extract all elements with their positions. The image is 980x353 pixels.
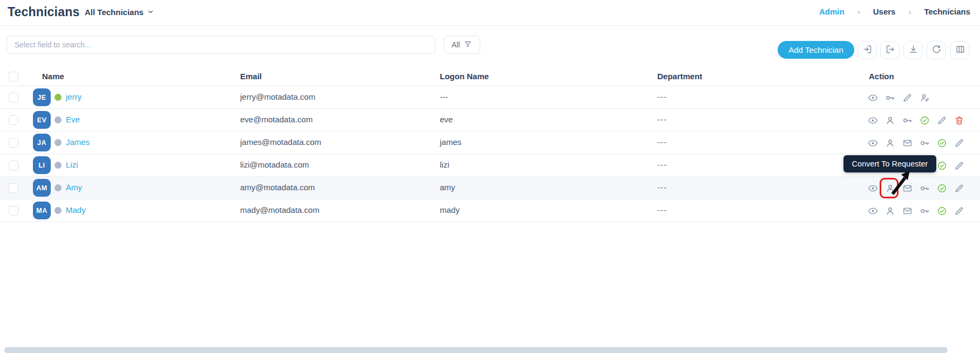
logon-name-cell: lizi bbox=[440, 160, 450, 169]
view-icon[interactable] bbox=[868, 93, 878, 103]
edit-icon[interactable] bbox=[954, 206, 964, 216]
convert-to-technician-icon[interactable] bbox=[920, 93, 930, 103]
chevron-down-icon bbox=[147, 8, 154, 17]
convert-to-requester-icon[interactable] bbox=[885, 115, 895, 126]
funnel-icon bbox=[464, 40, 472, 50]
status-dot-offline bbox=[55, 184, 62, 191]
avatar: LI bbox=[33, 156, 51, 174]
status-dot-offline bbox=[55, 162, 62, 169]
send-email-icon[interactable] bbox=[902, 206, 913, 216]
import-button[interactable] bbox=[858, 41, 877, 59]
top-bar: Technicians All Technicians Admin › User… bbox=[0, 0, 980, 26]
convert-to-requester-icon[interactable] bbox=[885, 183, 895, 193]
row-checkbox[interactable] bbox=[9, 183, 18, 193]
breadcrumb-users[interactable]: Users bbox=[873, 7, 896, 16]
verified-icon[interactable] bbox=[937, 138, 947, 148]
logon-name-cell: --- bbox=[440, 92, 448, 101]
department-cell: --- bbox=[657, 92, 667, 101]
reset-password-icon[interactable] bbox=[885, 93, 895, 103]
edit-icon[interactable] bbox=[954, 161, 964, 171]
row-actions bbox=[868, 86, 930, 109]
reset-password-icon[interactable] bbox=[920, 183, 930, 193]
convert-to-requester-tooltip: Convert To Requester bbox=[843, 155, 936, 172]
columns-icon bbox=[955, 44, 965, 56]
view-icon[interactable] bbox=[868, 183, 878, 193]
search-input[interactable] bbox=[6, 36, 435, 54]
avatar: EV bbox=[33, 111, 51, 129]
refresh-button[interactable] bbox=[927, 41, 946, 59]
download-button[interactable] bbox=[903, 41, 923, 59]
row-checkbox[interactable] bbox=[9, 93, 18, 102]
breadcrumb-separator-icon: › bbox=[858, 7, 860, 16]
logon-name-cell: amy bbox=[440, 183, 455, 192]
verified-icon[interactable] bbox=[937, 183, 947, 193]
logon-name-cell: james bbox=[440, 137, 461, 147]
breadcrumb-separator-icon: › bbox=[908, 7, 911, 16]
send-email-icon[interactable] bbox=[902, 183, 913, 193]
table-row: JA James james@motadata.com james --- bbox=[0, 131, 980, 154]
email-cell: eve@motadata.com bbox=[240, 115, 312, 124]
verified-icon[interactable] bbox=[920, 115, 930, 126]
table-row: LI Lizi lizi@motadata.com lizi --- bbox=[0, 154, 980, 177]
row-checkbox[interactable] bbox=[9, 115, 18, 125]
edit-icon[interactable] bbox=[954, 138, 964, 148]
technician-name-link[interactable]: Amy bbox=[66, 183, 82, 192]
view-selector-label: All Technicians bbox=[85, 8, 144, 17]
column-header-logon[interactable]: Logon Name bbox=[440, 72, 489, 81]
department-cell: --- bbox=[657, 137, 667, 147]
verified-icon[interactable] bbox=[937, 206, 947, 216]
technician-name-link[interactable]: jerry bbox=[66, 92, 81, 101]
add-technician-button[interactable]: Add Technician bbox=[778, 41, 854, 59]
avatar: JA bbox=[33, 134, 51, 151]
page-title: Technicians bbox=[8, 5, 79, 19]
breadcrumb-admin[interactable]: Admin bbox=[819, 7, 845, 16]
row-checkbox[interactable] bbox=[9, 161, 18, 170]
column-header-department[interactable]: Department bbox=[657, 72, 702, 81]
logon-name-cell: eve bbox=[440, 115, 453, 124]
select-all-checkbox[interactable] bbox=[9, 72, 18, 81]
edit-icon[interactable] bbox=[937, 115, 947, 126]
view-icon[interactable] bbox=[868, 206, 878, 216]
technician-name-link[interactable]: James bbox=[66, 137, 90, 147]
convert-to-requester-icon[interactable] bbox=[885, 206, 895, 216]
export-button[interactable] bbox=[880, 41, 900, 59]
send-email-icon[interactable] bbox=[902, 138, 913, 148]
column-header-email[interactable]: Email bbox=[240, 72, 262, 81]
view-icon[interactable] bbox=[868, 138, 878, 148]
filter-button[interactable]: All bbox=[444, 36, 480, 54]
status-dot-offline bbox=[55, 139, 62, 146]
reset-password-icon[interactable] bbox=[902, 115, 913, 126]
technician-name-link[interactable]: Mady bbox=[66, 205, 86, 214]
delete-icon[interactable] bbox=[954, 115, 964, 126]
reset-password-icon[interactable] bbox=[920, 206, 930, 216]
view-icon[interactable] bbox=[868, 115, 878, 126]
column-header-name[interactable]: Name bbox=[42, 72, 64, 81]
status-dot-available bbox=[55, 94, 62, 101]
row-actions bbox=[868, 199, 964, 222]
verified-icon[interactable] bbox=[937, 161, 947, 171]
department-cell: --- bbox=[657, 183, 667, 192]
row-checkbox[interactable] bbox=[9, 138, 18, 148]
email-cell: mady@motadata.com bbox=[240, 205, 319, 214]
avatar: JE bbox=[33, 88, 51, 106]
table-header: Name Email Logon Name Department Action bbox=[0, 67, 980, 86]
filter-label: All bbox=[452, 40, 460, 49]
columns-button[interactable] bbox=[950, 41, 970, 59]
reset-password-icon[interactable] bbox=[920, 138, 930, 148]
convert-to-requester-icon[interactable] bbox=[885, 138, 895, 148]
breadcrumb-technicians[interactable]: Technicians bbox=[924, 7, 970, 16]
technician-name-link[interactable]: Lizi bbox=[66, 160, 78, 169]
department-cell: --- bbox=[657, 205, 667, 214]
edit-icon[interactable] bbox=[902, 93, 913, 103]
download-icon bbox=[908, 44, 918, 56]
edit-icon[interactable] bbox=[954, 183, 964, 193]
table-row: JE jerry jerry@motadata.com --- --- bbox=[0, 86, 980, 109]
row-actions bbox=[868, 131, 964, 154]
row-checkbox[interactable] bbox=[9, 206, 18, 216]
breadcrumb: Admin › Users › Technicians bbox=[819, 7, 970, 16]
table-row: AM Amy amy@motadata.com amy --- bbox=[0, 177, 980, 199]
view-selector-dropdown[interactable]: All Technicians bbox=[85, 8, 154, 17]
column-header-action: Action bbox=[869, 72, 894, 81]
technician-name-link[interactable]: Eve bbox=[66, 115, 80, 124]
horizontal-scrollbar[interactable] bbox=[4, 347, 948, 353]
